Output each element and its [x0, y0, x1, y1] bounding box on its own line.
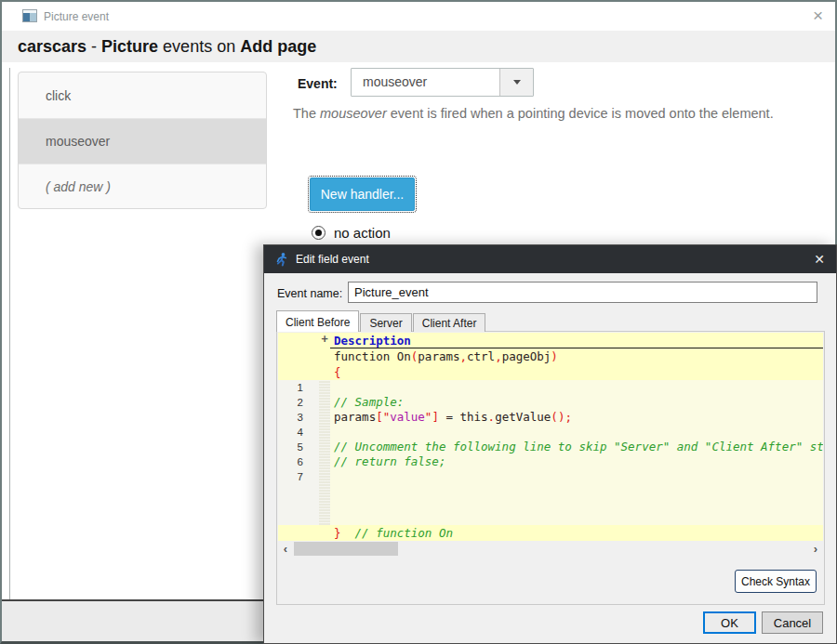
page-title: carscars - Picture events on Add page [2, 31, 835, 62]
tab-panel: +Descriptionfunction On(params,ctrl,page… [276, 331, 825, 605]
tab-server[interactable]: Server [360, 313, 411, 332]
code-text: function On(params,ctrl,pageObj) [330, 348, 823, 364]
code-segment: // function On [355, 526, 453, 540]
code-segment: // return false; [334, 454, 445, 468]
header-page-name: Add page [240, 37, 316, 57]
code-segment: value [390, 410, 425, 424]
edit-field-event-dialog: Edit field event ✕ Event name: Client Be… [263, 244, 837, 644]
code-segment: function On [334, 349, 411, 363]
fold-spacer [319, 410, 330, 425]
fold-spacer [319, 395, 330, 410]
scroll-right-icon[interactable]: › [808, 541, 823, 557]
main-titlebar: Picture event × [2, 2, 835, 31]
event-field-label: Event: [298, 76, 338, 91]
code-segment [341, 526, 355, 540]
tab-strip: Client BeforeServerClient After [276, 310, 486, 332]
chevron-down-icon [513, 80, 521, 85]
description-event-name: mouseover [320, 106, 387, 121]
cancel-button[interactable]: Cancel [762, 611, 823, 634]
code-segment: , [459, 349, 467, 363]
horizontal-scrollbar[interactable]: ‹ › [278, 541, 823, 557]
dialog-titlebar: Edit field event ✕ [264, 245, 836, 273]
code-segment: // Uncomment the following line to skip … [334, 440, 823, 453]
event-list-item[interactable]: ( add new ) [19, 164, 266, 209]
fold-spacer [319, 380, 330, 395]
code-line: 4 [278, 425, 823, 440]
code-segment: { [334, 365, 341, 379]
fold-spacer [319, 440, 330, 454]
code-segment: Description [334, 334, 411, 348]
description-pre: The [293, 106, 320, 121]
header-entity-name: Picture [101, 37, 158, 57]
line-number [278, 333, 319, 348]
no-action-label: no action [334, 225, 391, 241]
code-segment: () [551, 410, 565, 424]
fold-plus-icon[interactable]: + [319, 333, 330, 348]
event-list-item[interactable]: mouseover [19, 118, 266, 164]
dialog-close-icon[interactable]: ✕ [814, 252, 825, 267]
tab-client-before[interactable]: Client Before [276, 310, 359, 332]
code-line: 2// Sample: [278, 395, 823, 410]
code-segment: [" [376, 410, 390, 424]
code-text: // Sample: [330, 395, 823, 410]
code-text: Description [330, 333, 823, 348]
main-window-title: Picture event [44, 10, 109, 23]
event-list-item[interactable]: click [19, 72, 266, 118]
fold-spacer [319, 425, 330, 440]
description-post: event is fired when a pointing device is… [387, 106, 774, 121]
code-segment: ; [565, 410, 572, 424]
code-line: +Description [278, 333, 823, 348]
code-segment: , [495, 349, 502, 363]
code-text: // return false; [330, 454, 823, 469]
ok-button[interactable]: OK [703, 611, 756, 634]
check-syntax-button[interactable]: Check Syntax [735, 570, 817, 593]
event-name-input[interactable] [348, 282, 817, 303]
runner-icon [273, 252, 288, 267]
code-segment: params [334, 410, 376, 424]
code-segment: = [439, 410, 460, 424]
code-line: { [278, 364, 823, 380]
editor-footer-row: } // function On [278, 525, 823, 541]
code-segment: // Sample: [334, 395, 404, 409]
scroll-left-icon[interactable]: ‹ [278, 541, 293, 557]
line-number [278, 364, 319, 380]
event-dropdown[interactable]: mouseover [351, 68, 534, 97]
dialog-title: Edit field event [296, 253, 369, 266]
event-list: clickmouseover( add new ) [18, 72, 267, 209]
code-text: } // function On [330, 525, 823, 541]
code-segment: ctrl [467, 349, 495, 363]
code-text [330, 380, 823, 395]
fold-spacer [319, 525, 330, 541]
code-segment: params [418, 349, 459, 363]
picture-icon [22, 9, 37, 22]
code-line: function On(params,ctrl,pageObj) [278, 348, 823, 364]
line-number: 3 [278, 410, 319, 425]
code-segment: "] [425, 410, 439, 424]
dropdown-button[interactable] [499, 69, 533, 96]
new-handler-button[interactable]: New handler... [310, 177, 415, 211]
code-segment: pageObj [502, 349, 551, 363]
code-text: { [330, 364, 823, 380]
code-line: 6// return false; [278, 454, 823, 469]
code-editor[interactable]: +Descriptionfunction On(params,ctrl,page… [278, 333, 823, 541]
content-divider [9, 68, 10, 601]
fold-spacer [319, 348, 330, 364]
event-description: The mouseover event is fired when a poin… [293, 106, 774, 121]
close-icon[interactable]: × [813, 6, 823, 26]
line-number [278, 525, 319, 541]
line-number [278, 348, 319, 364]
fold-spacer [319, 364, 330, 380]
scrollbar-thumb[interactable] [294, 542, 398, 556]
radio-button-icon[interactable] [312, 226, 326, 240]
code-line: 3params["value"] = this.getValue(); [278, 410, 823, 425]
fold-spacer [319, 454, 330, 469]
code-line: 7 [278, 469, 823, 484]
editor-rows: +Descriptionfunction On(params,ctrl,page… [278, 333, 823, 484]
line-number: 5 [278, 440, 319, 454]
event-dropdown-value: mouseover [363, 69, 427, 96]
code-text: params["value"] = this.getValue(); [330, 410, 823, 425]
no-action-radio-row[interactable]: no action [312, 225, 391, 241]
header-middle-text: events on [158, 37, 240, 57]
line-number: 4 [278, 425, 319, 440]
tab-client-after[interactable]: Client After [413, 313, 486, 332]
